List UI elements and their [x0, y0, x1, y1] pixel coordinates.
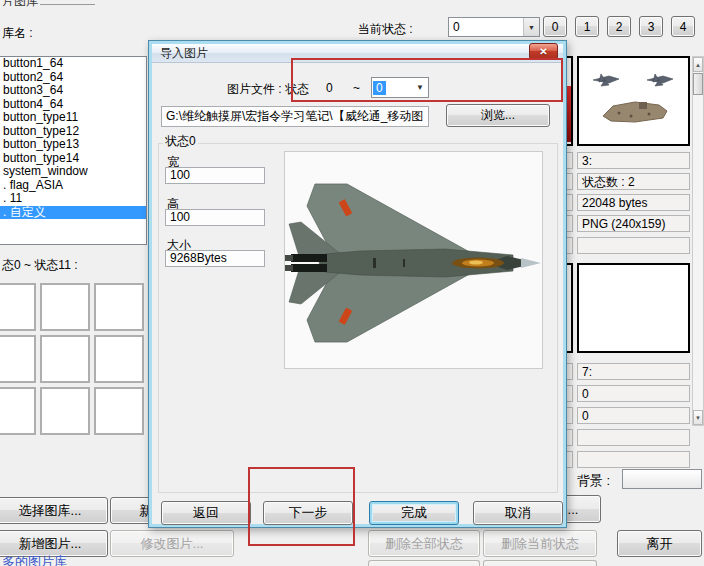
title-underline	[40, 4, 95, 5]
state-grid	[0, 283, 148, 435]
item7-format-field	[577, 429, 690, 446]
leave-button[interactable]: 离开	[617, 530, 702, 557]
thumbnail-item3[interactable]	[577, 56, 690, 146]
modify-image-button[interactable]: 修改图片...	[110, 530, 234, 557]
delete-all-states-button[interactable]: 删除全部状态	[368, 530, 480, 557]
item3-id-field: 3:	[577, 152, 690, 169]
item3-extra-field	[577, 237, 690, 254]
state-thumbnail-cell[interactable]	[0, 283, 36, 331]
state-button-1[interactable]: 1	[575, 16, 599, 37]
back-button[interactable]: 返回	[161, 501, 251, 525]
library-list-item[interactable]: button4_64	[0, 98, 146, 112]
scroll-up-icon[interactable]: ▲	[693, 57, 703, 72]
app-window: 片图库 库名 : 当前状态 : 0 ▼ 0 1 2 3 4 button1_64…	[0, 0, 704, 566]
library-name-label: 库名 :	[2, 25, 33, 42]
library-list-item-selected[interactable]: . 自定义	[0, 206, 146, 220]
current-state-label: 当前状态 :	[358, 21, 413, 38]
state-thumbnail-cell[interactable]	[94, 387, 144, 435]
item3-state-count-field: 状态数 : 2	[577, 173, 690, 190]
library-list-item[interactable]: button3_64	[0, 84, 146, 98]
scroll-down-icon[interactable]: ▼	[693, 410, 703, 425]
library-list-item[interactable]: button_type12	[0, 125, 146, 139]
item7-state-count-field: 0	[577, 385, 690, 402]
state-thumbnail-cell[interactable]	[40, 387, 90, 435]
state-thumbnail-cell[interactable]	[40, 283, 90, 331]
library-list-item[interactable]: . flag_ASIA	[0, 179, 146, 193]
state-button-2[interactable]: 2	[607, 16, 631, 37]
state-to-value: 0	[373, 81, 386, 95]
state-button-4[interactable]: 4	[671, 16, 695, 37]
library-list-item[interactable]: button_type11	[0, 111, 146, 125]
cancel-button[interactable]: 取消	[473, 501, 563, 525]
browse-button[interactable]: 浏览...	[446, 104, 550, 127]
window-title-clipped: 片图库	[2, 0, 38, 10]
state-thumbnail-cell[interactable]	[94, 283, 144, 331]
state-from-value: 0	[326, 81, 333, 95]
carrier-thumbnail-image	[579, 58, 688, 144]
state-to-combobox[interactable]: 0 ▼	[371, 77, 429, 98]
thumbnail-item7[interactable]	[577, 263, 690, 353]
state-thumbnail-cell[interactable]	[40, 335, 90, 383]
image-path-input[interactable]: G:\维纶触摸屏\宏指令学习笔记\【威纶通_移动图	[161, 106, 429, 127]
scrollbar-thumb[interactable]	[693, 73, 703, 95]
partial-button-bottom[interactable]	[483, 560, 597, 566]
library-list-item[interactable]: button1_64	[0, 57, 146, 71]
state-button-3[interactable]: 3	[639, 16, 663, 37]
item7-id-field: 7:	[577, 363, 690, 380]
library-listbox[interactable]: button1_64 button2_64 button3_64 button4…	[0, 56, 147, 245]
chevron-down-icon[interactable]: ▼	[412, 78, 428, 97]
background-field[interactable]	[622, 469, 702, 489]
item3-size-field: 22048 bytes	[577, 194, 690, 211]
width-input[interactable]: 100	[165, 167, 265, 184]
state-group-label: 状态0	[163, 133, 198, 150]
size-input[interactable]: 9268Bytes	[165, 250, 265, 267]
library-list-item[interactable]: system_window	[0, 165, 146, 179]
file-label: 图片文件 : 状态	[227, 81, 309, 98]
item3-format-field: PNG (240x159)	[577, 215, 690, 232]
import-image-dialog: 导入图片 ✕ 图片文件 : 状态 0 ~ 0 ▼ G:\维纶触摸屏\宏指令学习笔…	[148, 40, 567, 528]
background-label: 背景 :	[577, 472, 610, 490]
library-list-item[interactable]: button_type13	[0, 138, 146, 152]
close-button[interactable]: ✕	[529, 43, 558, 60]
finish-button[interactable]: 完成	[369, 501, 459, 525]
next-button[interactable]: 下一步	[263, 501, 353, 525]
library-list-item[interactable]: button_type14	[0, 152, 146, 166]
dialog-title: 导入图片	[152, 45, 208, 62]
library-list-item[interactable]: . 11	[0, 192, 146, 206]
state-thumbnail-cell[interactable]	[0, 387, 36, 435]
jet-preview-image	[285, 152, 542, 368]
select-library-button[interactable]: 选择图库...	[0, 497, 108, 524]
states-range-label: 态0 ~ 状态11 :	[2, 257, 77, 274]
state-thumbnail-cell[interactable]	[0, 335, 36, 383]
current-state-value: 0	[449, 20, 523, 34]
image-preview-box	[284, 151, 543, 369]
range-separator: ~	[353, 81, 360, 95]
more-libraries-link[interactable]: 多的图片库	[2, 553, 67, 566]
dialog-titlebar[interactable]: 导入图片	[152, 44, 563, 63]
close-icon: ✕	[539, 46, 547, 57]
item7-extra-field	[577, 451, 690, 468]
partial-button-bottom[interactable]	[368, 560, 480, 566]
item7-size-field: 0	[577, 407, 690, 424]
height-input[interactable]: 100	[165, 209, 265, 226]
right-panel-scrollbar[interactable]: ▲ ▼	[692, 56, 704, 426]
state-button-0[interactable]: 0	[543, 16, 567, 37]
library-list-item[interactable]: button2_64	[0, 71, 146, 85]
delete-current-state-button[interactable]: 删除当前状态	[483, 530, 597, 557]
chevron-down-icon[interactable]: ▼	[523, 18, 539, 36]
current-state-combobox[interactable]: 0 ▼	[448, 17, 540, 37]
state-thumbnail-cell[interactable]	[94, 335, 144, 383]
